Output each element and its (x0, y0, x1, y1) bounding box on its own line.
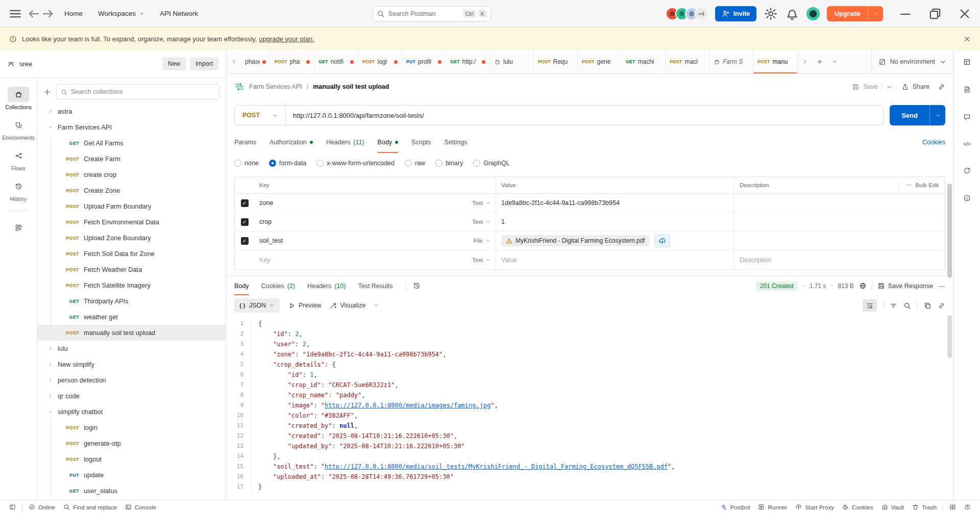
collection-qr-code[interactable]: qr code (37, 388, 226, 404)
request-upload-zone-boundary[interactable]: POSTUpload Zone Boundary (37, 230, 226, 246)
request-user-status[interactable]: GETuser_status (37, 483, 226, 499)
bulk-edit-button[interactable]: ⋯ Bulk Edit (898, 181, 939, 190)
statusbar-postbot[interactable]: Postbot (716, 504, 754, 510)
request-create-crop[interactable]: POSTcreate crop (37, 167, 226, 183)
nav-home[interactable]: Home (64, 10, 83, 17)
body-mode-x-www-form-urlencoded[interactable]: x-www-form-urlencoded (316, 160, 395, 167)
rail-item-more-tools[interactable] (0, 216, 37, 239)
add-collection-button[interactable] (43, 88, 51, 96)
request-scrollbar[interactable] (947, 184, 952, 278)
collection-search-input[interactable]: Search collections (56, 84, 219, 99)
tab-scroll-right-button[interactable] (797, 50, 812, 73)
statusbar-online-status[interactable]: Online (24, 504, 59, 510)
nav-api-network[interactable]: API Network (160, 10, 198, 17)
request-tab-notifi[interactable]: GETnotifi (314, 50, 358, 73)
save-menu-button[interactable] (886, 83, 893, 91)
description-cell[interactable] (734, 232, 945, 250)
workspace-name[interactable]: sree (19, 60, 32, 68)
upload-file-button[interactable] (654, 234, 670, 247)
type-selector[interactable]: Text (472, 219, 491, 225)
breadcrumb-request[interactable]: manually soil test upload (313, 83, 389, 90)
request-fetch-weather-data[interactable]: POSTFetch Weather Data (37, 262, 226, 277)
global-search-input[interactable]: Search Postman CtrlK (373, 6, 491, 21)
request-fetch-soil-data-for-zone[interactable]: POSTFetch Soil Data for Zone (37, 246, 226, 262)
comments-icon[interactable] (963, 113, 971, 121)
nav-workspaces[interactable]: Workspaces (98, 10, 144, 17)
tab-scripts[interactable]: Scripts (411, 131, 431, 153)
chevron-down-icon[interactable] (869, 11, 883, 16)
request-upload-farm-boundary[interactable]: POSTUpload Farm Boundary (37, 198, 226, 214)
request-tab-manu[interactable]: POSTmanu (753, 50, 797, 73)
wrap-lines-button[interactable] (863, 299, 877, 312)
collection-simplify-chatbot[interactable]: simplify chatbot (37, 404, 226, 420)
import-button[interactable]: Import (190, 57, 218, 70)
request-tab-phase[interactable]: phase (241, 50, 271, 73)
back-button[interactable] (27, 7, 41, 21)
collection-astra[interactable]: astra (37, 104, 226, 119)
body-mode-form-data[interactable]: form-data (269, 160, 307, 167)
request-fetch-environmental-data[interactable]: POSTFetch Environmental Data (37, 214, 226, 230)
value-cell[interactable]: 1de9a8bc-2f1c-4c44-9a11-ca998b73b954 (496, 194, 734, 212)
row-checkbox[interactable]: ✓ (241, 218, 249, 226)
save-button[interactable]: Save (852, 83, 893, 91)
tab-menu-button[interactable] (827, 50, 842, 73)
response-tab-cookies[interactable]: Cookies(2) (261, 276, 295, 295)
body-mode-graphql[interactable]: GraphQL (473, 160, 509, 167)
key-cell[interactable]: KeyText (254, 250, 496, 269)
body-mode-raw[interactable]: raw (405, 160, 425, 167)
response-format-selector[interactable]: { } JSON (234, 298, 280, 313)
request-fetch-satellite-imagery[interactable]: POSTFetch Satellite Imagery (37, 277, 226, 293)
request-tab-pha[interactable]: POSTpha (271, 50, 314, 73)
restore-button[interactable] (928, 7, 942, 21)
banner-close-icon[interactable] (963, 35, 971, 43)
team-avatars[interactable]: +4 (666, 7, 708, 20)
breadcrumb-collection[interactable]: Farm Services API (249, 83, 302, 90)
response-history-button[interactable] (405, 281, 421, 291)
row-checkbox[interactable]: ✓ (241, 199, 249, 207)
collection-new-simplify[interactable]: New simplify (37, 356, 226, 372)
environment-quicklook-icon[interactable] (963, 58, 971, 66)
key-cell[interactable]: soil_testFile (254, 232, 496, 250)
forward-button[interactable] (41, 7, 55, 21)
response-tab-headers[interactable]: Headers(10) (307, 276, 346, 295)
url-input[interactable]: http://127.0.0.1:8000/api/farmzone/soil-… (286, 112, 883, 119)
type-selector[interactable]: Text (472, 200, 491, 206)
minimize-button[interactable] (898, 7, 913, 21)
file-chip[interactable]: MyKrishiFriend - Digital Farming Ecosyst… (501, 235, 649, 246)
rail-item-history[interactable]: History (0, 175, 37, 205)
tab-authorization[interactable]: Authorization (270, 131, 313, 153)
request-generate-otp[interactable]: POSTgenerate-otp (37, 435, 226, 451)
new-button[interactable]: New (162, 57, 186, 70)
user-avatar[interactable] (806, 7, 820, 20)
request-update[interactable]: PUTupdate (37, 467, 226, 483)
json-link[interactable]: http://127.0.0.1:8000/media/soil_tests/M… (325, 463, 668, 470)
response-tab-body[interactable]: Body (234, 276, 249, 295)
request-weather-get[interactable]: GETweather get (37, 309, 226, 325)
statusbar-help[interactable] (960, 504, 975, 510)
documentation-icon[interactable] (963, 86, 971, 93)
request-tab-machi[interactable]: GETmachi (622, 50, 666, 73)
request-tab-gene[interactable]: POSTgene (578, 50, 622, 73)
rail-item-collections[interactable]: Collections (0, 83, 37, 114)
key-cell[interactable]: cropText (254, 213, 496, 231)
statusbar-cookies[interactable]: Cookies (838, 504, 877, 510)
network-info-icon[interactable] (859, 282, 867, 290)
request-tab-requ[interactable]: POSTRequ (534, 50, 578, 73)
code-snippet-icon[interactable]: </> (963, 141, 970, 147)
json-link[interactable]: http://127.0.0.1:8000/media/images/famin… (325, 402, 491, 409)
request-manually-soil-test-upload[interactable]: POSTmanually soil test upload (37, 325, 226, 341)
value-cell[interactable]: Value (496, 250, 734, 269)
description-cell[interactable] (734, 213, 945, 231)
response-tab-test-results[interactable]: Test Results (358, 276, 393, 295)
gear-icon[interactable] (764, 7, 778, 21)
statusbar-console[interactable]: Console (121, 504, 160, 510)
response-scrollbar[interactable] (947, 315, 952, 358)
description-cell[interactable] (734, 194, 945, 212)
type-selector[interactable]: Text (472, 257, 491, 263)
share-button[interactable]: Share (901, 83, 929, 91)
bell-icon[interactable] (785, 7, 799, 21)
invite-button[interactable]: Invite (715, 6, 757, 21)
tab-body[interactable]: Body (378, 131, 399, 153)
row-checkbox[interactable]: ✓ (241, 237, 249, 245)
request-create-zone[interactable]: POSTCreate Zone (37, 183, 226, 198)
